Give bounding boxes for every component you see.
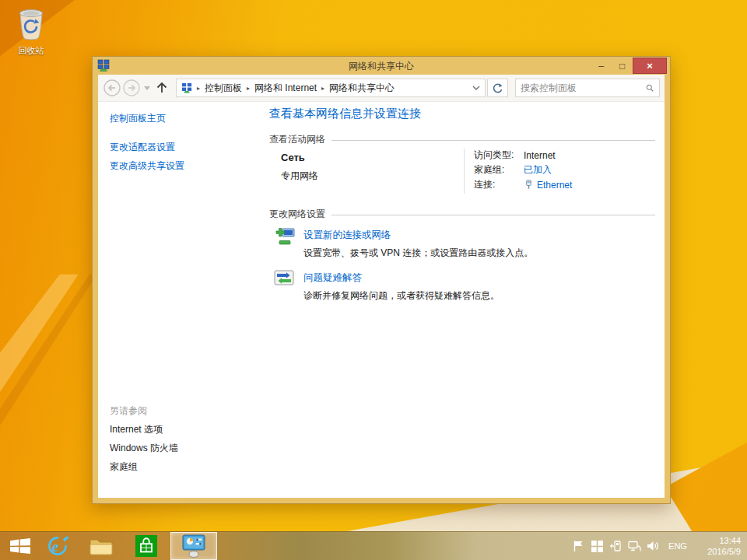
breadcrumb-separator: ▸ <box>318 85 328 92</box>
safely-remove-hardware-icon[interactable] <box>606 532 625 560</box>
window-controls: – □ × <box>591 58 667 74</box>
section-rule <box>331 215 655 215</box>
control-panel-icon <box>181 534 207 558</box>
up-button[interactable] <box>153 79 170 96</box>
recycle-bin-icon <box>15 6 47 42</box>
file-explorer-icon <box>89 537 113 555</box>
new-connection-icon <box>274 226 296 247</box>
start-button[interactable] <box>3 532 37 560</box>
sidebar-item-change-adapter-settings[interactable]: 更改适配器设置 <box>110 141 175 154</box>
close-button[interactable]: × <box>633 58 667 74</box>
forward-button[interactable] <box>123 79 140 96</box>
homegroup-joined-link[interactable]: 已加入 <box>524 163 552 177</box>
search-input[interactable] <box>516 82 646 93</box>
store-icon <box>135 535 157 557</box>
sidebar-item-control-panel-home[interactable]: 控制面板主页 <box>110 112 166 125</box>
sidebar-item-windows-firewall[interactable]: Windows 防火墙 <box>110 442 178 455</box>
taskbar-clock[interactable]: 13:44 2016/5/9 <box>707 532 741 560</box>
breadcrumb-separator: ▸ <box>244 85 253 92</box>
ethernet-connection-link[interactable]: Ethernet <box>537 180 572 191</box>
address-dropdown-icon[interactable] <box>471 84 482 92</box>
network-sharing-center-window: 网络和共享中心 – □ × <box>92 56 671 504</box>
section-active-networks: 查看活动网络 <box>269 133 655 146</box>
action-center-flag-icon[interactable] <box>569 532 587 560</box>
section-change-settings: 更改网络设置 <box>269 208 655 221</box>
taskbar-item-file-explorer[interactable] <box>84 532 118 560</box>
sidebar-item-homegroup[interactable]: 家庭组 <box>110 460 138 474</box>
recycle-bin-label: 回收站 <box>9 45 53 57</box>
sidebar-item-internet-options[interactable]: Internet 选项 <box>110 423 163 436</box>
breadcrumb-item-network-sharing-center[interactable]: 网络和共享中心 <box>328 82 396 95</box>
window-body: ▸ 控制面板 ▸ 网络和 Internet ▸ 网络和共享中心 <box>98 75 665 498</box>
refresh-button[interactable] <box>487 79 508 97</box>
desktop: 回收站 网络和共享中心 – □ × <box>0 0 747 560</box>
main-panel: 查看基本网络信息并设置连接 查看活动网络 Сеть 专用网络 访问类型: Int… <box>269 102 655 498</box>
content-area: 控制面板主页 更改适配器设置 更改高级共享设置 另请参阅 Internet 选项… <box>98 102 665 498</box>
recycle-bin[interactable]: 回收站 <box>9 6 53 57</box>
section-rule <box>331 140 655 141</box>
setup-new-connection-description: 设置宽带、拨号或 VPN 连接；或设置路由器或接入点。 <box>303 247 533 260</box>
section-change-settings-label: 更改网络设置 <box>269 208 325 221</box>
breadcrumb-item-network-internet[interactable]: 网络和 Internet <box>253 82 318 95</box>
network-type: 专用网络 <box>281 170 318 183</box>
taskbar: e <box>0 531 747 560</box>
maximize-button[interactable]: □ <box>612 58 633 74</box>
network-detail-access: 访问类型: Internet <box>474 149 556 162</box>
troubleshoot-problems-link[interactable]: 问题疑难解答 <box>303 271 362 285</box>
refresh-icon <box>492 82 503 94</box>
window-title: 网络和共享中心 <box>93 60 670 73</box>
see-also-heading: 另请参阅 <box>110 404 147 418</box>
homegroup-label: 家庭组: <box>474 163 524 177</box>
navigation-toolbar: ▸ 控制面板 ▸ 网络和 Internet ▸ 网络和共享中心 <box>98 75 665 102</box>
clock-time: 13:44 <box>719 535 741 546</box>
network-detail-connection: 连接: Ethernet <box>474 178 572 191</box>
access-type-value: Internet <box>524 150 556 161</box>
tray-windows-icon[interactable] <box>587 532 606 560</box>
network-detail-homegroup: 家庭组: 已加入 <box>474 163 552 177</box>
minimize-button[interactable]: – <box>591 58 612 74</box>
network-name: Сеть <box>281 152 305 163</box>
windows-logo-icon <box>10 538 30 554</box>
search-box <box>515 79 660 97</box>
address-location-icon <box>181 82 192 93</box>
connection-label: 连接: <box>474 178 524 191</box>
setup-new-connection-link[interactable]: 设置新的连接或网络 <box>303 229 391 242</box>
access-type-label: 访问类型: <box>474 149 524 162</box>
sidebar-item-change-advanced-sharing[interactable]: 更改高级共享设置 <box>110 159 184 173</box>
troubleshoot-icon <box>274 270 294 287</box>
language-indicator[interactable]: ENG <box>665 532 691 560</box>
section-active-networks-label: 查看活动网络 <box>269 133 325 146</box>
internet-explorer-icon: e <box>46 534 69 558</box>
network-details-divider <box>464 149 465 194</box>
search-icon[interactable] <box>646 82 654 93</box>
troubleshoot-description: 诊断并修复网络问题，或者获得疑难解答信息。 <box>303 289 500 303</box>
taskbar-item-internet-explorer[interactable]: e <box>40 532 75 560</box>
clock-date: 2016/5/9 <box>707 546 741 557</box>
breadcrumb-item-control-panel[interactable]: 控制面板 <box>203 82 244 95</box>
window-titlebar[interactable]: 网络和共享中心 – □ × <box>93 57 670 75</box>
back-button[interactable] <box>103 79 121 96</box>
breadcrumb-separator: ▸ <box>194 85 203 92</box>
page-title: 查看基本网络信息并设置连接 <box>269 107 421 121</box>
svg-text:e: e <box>52 538 58 555</box>
address-bar[interactable]: ▸ 控制面板 ▸ 网络和 Internet ▸ 网络和共享中心 <box>176 79 486 97</box>
tray-network-icon[interactable] <box>625 532 644 560</box>
volume-icon[interactable] <box>644 532 662 560</box>
taskbar-item-store[interactable] <box>129 532 163 560</box>
recent-pages-dropdown-icon[interactable] <box>142 84 152 92</box>
taskbar-item-control-panel-active[interactable] <box>170 532 217 560</box>
ethernet-icon <box>524 180 534 190</box>
